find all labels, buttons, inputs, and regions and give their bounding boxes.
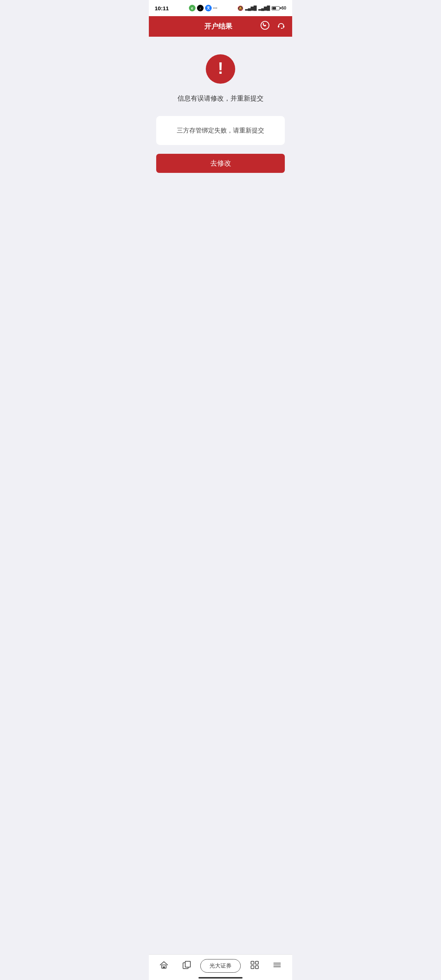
page-title: 开户结果	[177, 22, 260, 31]
mute-icon: 🔕	[237, 5, 243, 11]
nav-bar: 开户结果	[149, 16, 292, 37]
info-box: 三方存管绑定失败，请重新提交	[156, 116, 285, 145]
signal-icon: ▂▄▆█	[245, 5, 257, 11]
app-icons: e ♪ 支 ···	[189, 5, 217, 11]
status-right-icons: 🔕 ▂▄▆█ ▂▄▆█ 60	[237, 5, 286, 11]
battery-percent: 60	[281, 5, 286, 11]
error-icon-container: !	[206, 54, 235, 84]
more-apps-indicator: ···	[213, 5, 217, 11]
app-icon-tiktok: ♪	[197, 5, 204, 11]
headset-icon[interactable]	[276, 20, 286, 33]
nav-action-icons	[260, 20, 286, 33]
main-content: ! 信息有误请修改，并重新提交 三方存管绑定失败，请重新提交 去修改	[149, 37, 292, 275]
action-button-label: 去修改	[210, 159, 231, 168]
svg-rect-1	[278, 26, 279, 27]
status-time: 10:11	[155, 5, 169, 11]
signal-icon-2: ▂▄▆█	[258, 5, 270, 11]
battery-fill	[272, 7, 276, 10]
app-icon-edge: e	[189, 5, 195, 11]
app-icon-alipay: 支	[205, 5, 212, 11]
svg-point-3	[281, 28, 282, 29]
battery-icon	[272, 6, 280, 10]
action-button[interactable]: 去修改	[156, 154, 285, 173]
info-box-text: 三方存管绑定失败，请重新提交	[163, 126, 278, 135]
error-message-text: 信息有误请修改，并重新提交	[177, 94, 264, 103]
status-bar: 10:11 e ♪ 支 ··· 🔕 ▂▄▆█ ▂▄▆█ 60	[149, 0, 292, 16]
phone-icon[interactable]	[260, 20, 270, 33]
error-exclamation-icon: !	[218, 60, 224, 76]
